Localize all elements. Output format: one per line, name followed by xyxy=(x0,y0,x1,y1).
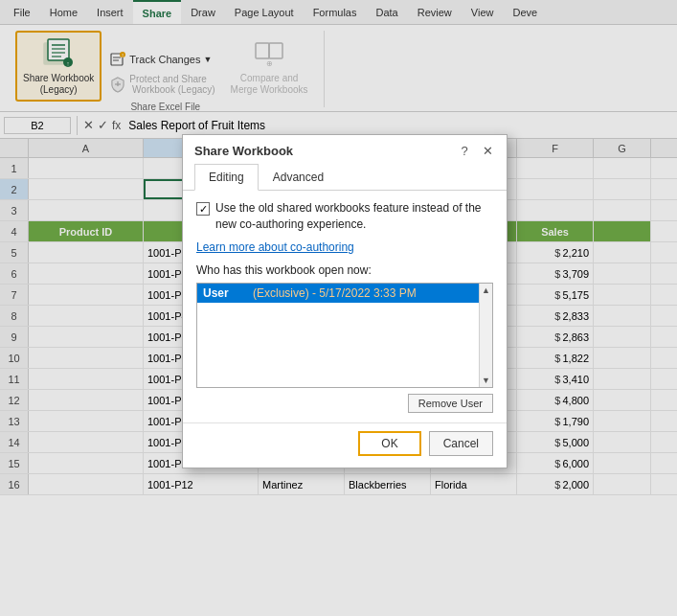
list-scrollbar: ▲ ▼ xyxy=(479,284,492,387)
modal-tabs: Editing Advanced xyxy=(183,164,507,191)
modal-title: Share Workbook xyxy=(194,144,293,158)
modal-content: ✓ Use the old shared workbooks feature i… xyxy=(183,191,507,422)
modal-body: Editing Advanced ✓ Use the old shared wo… xyxy=(183,164,507,422)
users-list: User (Exclusive) - 5/17/2022 3:33 PM ▲ ▼ xyxy=(196,283,493,388)
scroll-up-arrow[interactable]: ▲ xyxy=(480,284,493,297)
modal-help-button[interactable]: ? xyxy=(457,143,472,158)
modal-close-button[interactable]: ✕ xyxy=(480,143,495,158)
use-old-feature-checkbox[interactable]: ✓ xyxy=(196,202,210,216)
checkbox-label: Use the old shared workbooks feature ins… xyxy=(215,200,493,233)
remove-user-button[interactable]: Remove User xyxy=(408,394,493,413)
ok-button[interactable]: OK xyxy=(358,431,420,456)
modal-titlebar: Share Workbook ? ✕ xyxy=(183,135,507,164)
cancel-button[interactable]: Cancel xyxy=(429,431,493,456)
user-status: (Exclusive) - 5/17/2022 3:33 PM xyxy=(253,286,417,300)
modal-tab-editing[interactable]: Editing xyxy=(194,164,259,191)
user-list-item[interactable]: User (Exclusive) - 5/17/2022 3:33 PM xyxy=(197,284,492,303)
who-open-label: Who has this workbook open now: xyxy=(196,263,493,277)
modal-controls: ? ✕ xyxy=(457,143,495,158)
remove-user-row: Remove User xyxy=(196,394,493,413)
checkbox-row: ✓ Use the old shared workbooks feature i… xyxy=(196,200,493,233)
modal-tab-advanced[interactable]: Advanced xyxy=(259,164,338,191)
share-workbook-modal: Share Workbook ? ✕ Editing Advanced ✓ Us… xyxy=(182,134,508,468)
user-name: User xyxy=(203,286,249,300)
learn-more-link[interactable]: Learn more about co-authoring xyxy=(196,240,493,254)
modal-footer: OK Cancel xyxy=(183,422,507,468)
modal-overlay: Share Workbook ? ✕ Editing Advanced ✓ Us… xyxy=(0,0,677,616)
scroll-down-arrow[interactable]: ▼ xyxy=(480,374,493,387)
